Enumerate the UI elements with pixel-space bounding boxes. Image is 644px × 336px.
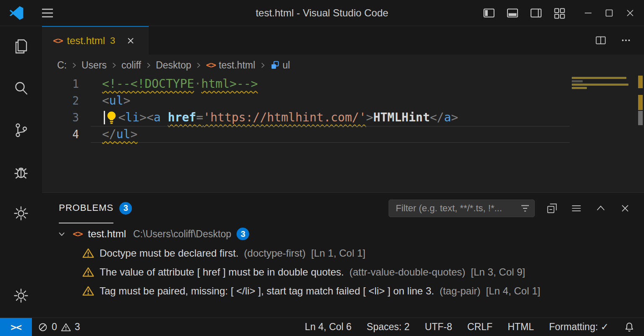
run-debug-bug-icon[interactable] <box>12 163 30 181</box>
customize-layout-icon[interactable] <box>552 6 567 20</box>
settings-gear-icon[interactable] <box>12 286 30 305</box>
minimap[interactable] <box>571 76 632 192</box>
code-line: 1<!--<!DOCTYPE·html>--> <box>42 76 570 92</box>
code-line: 4</ul> <box>42 126 570 143</box>
problem-row[interactable]: Doctype must be declared first.(doctype-… <box>42 244 644 262</box>
html-file-icon: <> <box>206 60 216 70</box>
explorer-icon[interactable] <box>12 37 30 55</box>
chevron-right-icon <box>195 62 202 69</box>
more-actions-icon[interactable] <box>620 34 632 47</box>
toggle-primary-sidebar-icon[interactable] <box>482 6 496 20</box>
activity-bar <box>0 26 42 318</box>
problem-location: [Ln 3, Col 9] <box>471 266 525 278</box>
error-icon <box>38 322 48 332</box>
filter-icon[interactable] <box>520 203 530 213</box>
chevron-right-icon <box>71 62 78 69</box>
code-line-content[interactable]: </ul> <box>91 126 570 143</box>
notifications-bell-icon[interactable] <box>624 322 635 333</box>
breadcrumb-item[interactable]: ul <box>270 60 290 71</box>
problems-file-name: test.html <box>88 228 126 240</box>
status-indentation[interactable]: Spaces: 2 <box>367 321 410 333</box>
remote-indicator[interactable]: >< <box>0 318 32 336</box>
editor-actions <box>594 26 644 55</box>
warning-icon <box>82 267 94 277</box>
breadcrumb-item[interactable]: coliff <box>121 60 141 71</box>
code-token: HTMLHint <box>373 110 430 124</box>
breadcrumb-item[interactable]: Users <box>81 60 107 71</box>
line-number[interactable]: 4 <box>42 126 91 143</box>
warning-count: 3 <box>75 321 80 333</box>
problems-list: <> test.html C:\Users\coliff\Desktop 3 D… <box>42 223 644 318</box>
close-panel-icon[interactable] <box>619 202 631 215</box>
code-token: DOCTYPE <box>145 77 194 91</box>
gear-icon[interactable] <box>12 204 30 223</box>
search-icon[interactable] <box>12 79 30 97</box>
code-token: 'https://htmlhint.com/' <box>203 110 366 124</box>
close-button[interactable] <box>623 6 637 20</box>
menu-icon[interactable] <box>40 6 55 20</box>
breadcrumb-item[interactable]: Desktop <box>156 60 191 71</box>
titlebar-actions <box>482 6 644 20</box>
code-token: href <box>168 110 196 124</box>
tab-close-icon[interactable] <box>125 35 136 46</box>
problem-message: Doctype must be declared first. <box>100 247 239 259</box>
tab-problems[interactable]: PROBLEMS 3 <box>59 193 132 223</box>
minimap-line-mark <box>572 87 587 89</box>
status-language-mode[interactable]: HTML <box>507 321 534 333</box>
breadcrumb-label: coliff <box>121 60 141 71</box>
problems-file-group[interactable]: <> test.html C:\Users\coliff\Desktop 3 <box>42 224 644 244</box>
breadcrumb-item[interactable]: C: <box>57 60 67 71</box>
status-cursor-position[interactable]: Ln 4, Col 6 <box>305 321 352 333</box>
tab-label: test.html <box>67 35 105 47</box>
source-control-icon[interactable] <box>12 121 30 139</box>
lightbulb-icon[interactable] <box>106 110 117 124</box>
toggle-panel-icon[interactable] <box>505 6 520 20</box>
overview-ruler-mark <box>638 76 643 88</box>
code-token: < <box>102 94 109 108</box>
problems-count-badge: 3 <box>119 202 132 215</box>
status-encoding[interactable]: UTF-8 <box>425 321 452 333</box>
filter-input[interactable] <box>395 202 517 214</box>
chevron-down-icon[interactable] <box>56 228 67 239</box>
tab-test-html[interactable]: <> test.html 3 <box>42 26 149 55</box>
toggle-secondary-sidebar-icon[interactable] <box>529 6 543 20</box>
code-token: · <box>194 77 201 91</box>
panel-header: PROBLEMS 3 <box>42 193 644 223</box>
code-token: > <box>451 110 458 124</box>
code-line: 2<ul> <box>42 92 570 109</box>
editor[interactable]: 1<!--<!DOCTYPE·html>-->2<ul>3<li><a href… <box>42 76 644 192</box>
code-token: ul <box>109 94 124 108</box>
window-controls <box>581 6 637 20</box>
tab-problems-badge: 3 <box>110 35 115 46</box>
line-number[interactable]: 1 <box>42 76 91 92</box>
warning-icon <box>82 248 94 258</box>
minimap-line-mark <box>572 84 628 86</box>
status-eol[interactable]: CRLF <box>467 321 492 333</box>
status-formatting[interactable]: Formatting: ✓ <box>549 321 609 333</box>
problem-row[interactable]: The value of attribute [ href ] must be … <box>42 262 644 281</box>
code-line-content[interactable]: <li><a href='https://htmlhint.com/'>HTML… <box>91 109 570 126</box>
collapse-all-icon[interactable] <box>546 202 558 215</box>
code-token: a <box>154 110 161 124</box>
problems-file-path: C:\Users\coliff\Desktop <box>133 228 231 240</box>
minimize-button[interactable] <box>581 6 595 20</box>
code-token: </ <box>102 127 116 141</box>
code-line-content[interactable]: <ul> <box>91 92 570 109</box>
problem-row[interactable]: Tag must be paired, missing: [ </li> ], … <box>42 281 644 300</box>
line-number[interactable]: 3 <box>42 109 91 126</box>
chevron-right-icon <box>110 62 118 69</box>
view-as-list-icon[interactable] <box>570 202 583 215</box>
chevron-right-icon <box>259 62 266 69</box>
code-token <box>161 110 168 124</box>
breadcrumb-item[interactable]: <>test.html <box>206 60 255 71</box>
line-number[interactable]: 2 <box>42 92 91 109</box>
split-editor-icon[interactable] <box>594 34 607 47</box>
text-cursor <box>104 111 105 124</box>
maximize-button[interactable] <box>602 6 616 20</box>
code-token: > <box>130 127 137 141</box>
overview-ruler-mark <box>638 111 643 125</box>
maximize-panel-chevron-up-icon[interactable] <box>594 202 607 215</box>
status-problems[interactable]: 0 3 <box>38 321 80 333</box>
code-line-content[interactable]: <!--<!DOCTYPE·html>--> <box>91 76 570 92</box>
code-lines: 1<!--<!DOCTYPE·html>-->2<ul>3<li><a href… <box>42 76 644 143</box>
